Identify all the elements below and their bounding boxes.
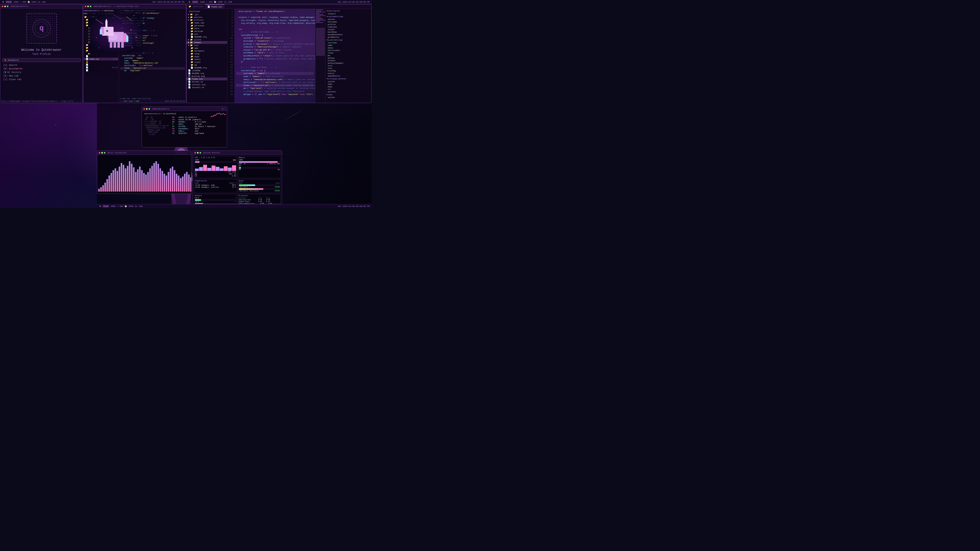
editor-minimap: ████████████████████████████████████████… xyxy=(315,9,325,103)
sidebar-license[interactable]: 📄 LICENSE xyxy=(186,69,227,72)
status-right-icon: 🖥 xyxy=(188,1,190,3)
sidebar-work[interactable]: 📁 work xyxy=(186,27,227,30)
unicorn-art-area: ✦ ✦ ✦ ✦ ✦ xyxy=(88,13,143,54)
sidebar-worklab[interactable]: 📁 worklab xyxy=(186,30,227,33)
sidebar-readme-p[interactable]: 📄 README.org xyxy=(186,35,227,38)
sidebar-shell[interactable]: 📁 shell xyxy=(186,58,227,61)
status-ws2[interactable]: 10$ xyxy=(42,1,45,3)
status-icon: 🖥 xyxy=(2,1,4,3)
status-bar-left: 🖥 Tech 100% ⚡ 20% 🐏 100% 2s 10$ Sat 2024… xyxy=(0,0,186,4)
status-datetime-left: Sat 2024-03-09 05:06:00 PM xyxy=(152,1,184,3)
term-maximize-dot[interactable] xyxy=(90,6,91,7)
eq-bar-17 xyxy=(133,167,135,192)
sysmon-close[interactable] xyxy=(194,152,196,154)
status-right-ws2[interactable]: 10$ xyxy=(228,1,232,3)
qute-menu-history[interactable]: [$ h] History xyxy=(2,71,81,74)
eq-minimize[interactable] xyxy=(101,152,103,154)
sysmon-cpu-section: CPU ~ 1.53 1.14 0.78 100% ■■■ xyxy=(194,156,237,178)
eq-bar-37 xyxy=(174,170,175,192)
sysmon-memory-percent-row: 100% xyxy=(239,159,280,161)
sysmon-swap-fill xyxy=(239,167,241,168)
fetch-info-area: WE emmet @ snowfire OS: nixos 24.05 (uak… xyxy=(172,116,225,136)
status-right-datetime: Sat 2024-03-09 05:06:00 PM xyxy=(338,1,369,3)
sidebar-wm[interactable]: 📁 wm xyxy=(186,64,227,66)
editor-tab-flakenix[interactable]: 📄 flake.nix xyxy=(205,4,224,9)
sysmon-title-text: System Monitor xyxy=(203,151,220,154)
ecode-29: wmType = if (wm == "hyprland") then "way… xyxy=(236,93,313,96)
eq-close[interactable] xyxy=(99,152,100,154)
sidebar-flakenix[interactable]: 📄 flake.nix xyxy=(186,78,227,80)
term-close-dot[interactable] xyxy=(85,6,86,7)
sidebar-themes[interactable]: ▶ 📁 themes xyxy=(186,41,227,44)
code-line-23: theme = "wunicorn-yt"; xyxy=(120,67,185,70)
sysmon-disk1-bar xyxy=(239,184,280,186)
ecode-19 xyxy=(236,63,313,66)
sidebar-hardensh[interactable]: 📄 harden.sh xyxy=(186,80,227,83)
eq-maximize[interactable] xyxy=(104,152,105,154)
sidebar-style[interactable]: 📁 style xyxy=(186,61,227,64)
sidebar-pkgs[interactable]: 📁 pkgs xyxy=(186,55,227,58)
maximize-dot[interactable] xyxy=(7,6,8,7)
sidebar-lang[interactable]: 📁 lang xyxy=(186,52,227,55)
fetch-maximize[interactable] xyxy=(148,108,150,110)
sidebar-git[interactable]: ▶ 📁 .git xyxy=(186,13,227,16)
qute-inner-content: q Welcome to Qutebrowser Tech Profile 🔖 … xyxy=(0,8,83,103)
status-ws1[interactable]: 2s xyxy=(38,1,40,3)
cpu-bar-7 xyxy=(220,168,224,171)
eq-bar-8 xyxy=(115,168,116,192)
bottom-ws-2[interactable]: 10$ xyxy=(139,205,142,207)
qute-menu-newtab[interactable]: [t] New tab xyxy=(2,74,81,78)
qute-menu-quickmarks[interactable]: [b] Quickmarks xyxy=(2,67,81,71)
sidebar-system[interactable]: ▶ 📁 system xyxy=(186,38,227,41)
ecode-27: wm = "hyprland"; # selected window manag… xyxy=(236,87,313,90)
sidebar-installsh[interactable]: 📄 install.sh xyxy=(186,86,227,89)
sidebar-patches[interactable]: ▶ 📁 patches xyxy=(186,16,227,19)
editor-tab-dotfiles[interactable]: 📁 .dotfiles xyxy=(186,4,205,9)
sidebar-hardware[interactable]: 📁 hardware xyxy=(186,49,227,52)
sysmon-memory-bar-fill xyxy=(239,161,278,163)
bottom-status-bar: 🖥 Tech 100% ⚡ 20% 🐏 100% 2s 10$ Sat 2024… xyxy=(97,204,372,208)
code-line-24: wm = "hyprland"; xyxy=(120,70,185,72)
qute-menu-search[interactable]: [o] Search xyxy=(2,64,81,67)
ecode-24: email = "emmet@librephoenix.com"; # emai… xyxy=(236,78,313,81)
eq-bar-11 xyxy=(121,163,122,192)
right-panel-nx-src: src xyxy=(326,88,371,91)
sidebar-readme4[interactable]: 📄 README.org xyxy=(186,72,227,75)
sysmon-disk1-row: /dev/dm-0 / 504GB xyxy=(239,186,280,188)
fetch-minimize[interactable] xyxy=(146,108,148,110)
code-editor-window: 📁 .dotfiles 📄 flake.nix .dotfiles ▶ 📁 .g… xyxy=(186,4,372,103)
sidebar-readme3[interactable]: 📄 README.org xyxy=(186,66,227,69)
sysmon-cpu-bar-fill xyxy=(195,161,200,163)
editor-tabs: 📁 .dotfiles 📄 flake.nix xyxy=(186,4,371,9)
bottom-ws-1[interactable]: 2s xyxy=(135,205,137,207)
sysmon-proc-header-row: PID/Name CPU% Mem% xyxy=(239,197,280,199)
right-panel-email: email xyxy=(326,47,371,49)
sidebar-homelab[interactable]: 📁 home.lab xyxy=(186,21,227,24)
eq-bar-42 xyxy=(184,174,186,192)
sidebar-installorg[interactable]: 📄 install.org xyxy=(186,83,227,86)
fetch-arch-row: Y ARCH: x86_64 xyxy=(172,123,225,125)
status-tech-tag: Tech xyxy=(6,1,12,3)
sidebar-personal[interactable]: 📁 personal xyxy=(186,24,227,27)
code-line-18: userSettings = rec { xyxy=(120,55,185,57)
ecode-28: # window manager type (hyprland or x11) … xyxy=(236,90,313,93)
sysmon-minimize[interactable] xyxy=(197,152,199,154)
svg-point-8 xyxy=(113,17,114,18)
svg-point-10 xyxy=(139,25,139,26)
status-right-ws[interactable]: 2s xyxy=(224,1,227,3)
sysmon-maximize[interactable] xyxy=(200,152,201,154)
sidebar-desktop-png[interactable]: 🖼 desktop.png xyxy=(186,75,227,78)
fetch-close[interactable] xyxy=(143,108,145,110)
sidebar-user[interactable]: ▼ 📁 user xyxy=(186,44,227,47)
close-dot[interactable] xyxy=(2,6,3,7)
eq-bar-6 xyxy=(110,173,112,192)
minimize-dot[interactable] xyxy=(4,6,6,7)
qute-menu-closetab[interactable]: [x] Close tab xyxy=(2,78,81,81)
right-panel-roamdir: defaultRoamDir xyxy=(326,62,371,65)
sidebar-app[interactable]: 📁 app xyxy=(186,47,227,49)
sidebar-profiles[interactable]: ▼ 📁 profiles xyxy=(186,19,227,21)
status-right-tag: Tech xyxy=(192,1,198,3)
sidebar-wsl[interactable]: 📁 wsl xyxy=(186,33,227,35)
term-minimize-dot[interactable] xyxy=(87,6,89,7)
eq-bar-44 xyxy=(188,175,189,192)
